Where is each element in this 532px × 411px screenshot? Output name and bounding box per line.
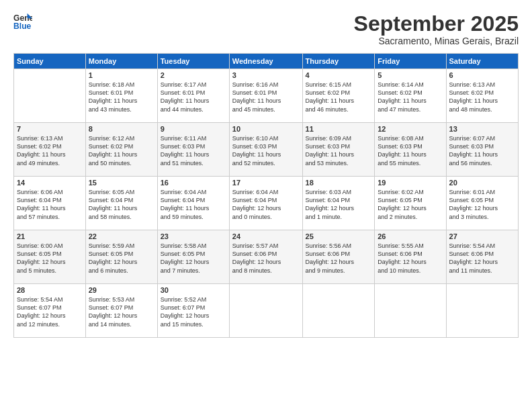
week-row-3: 14Sunrise: 6:06 AM Sunset: 6:04 PM Dayli… xyxy=(14,177,519,230)
day-number: 11 xyxy=(306,125,372,133)
day-number: 7 xyxy=(17,125,83,133)
day-info: Sunrise: 6:06 AM Sunset: 6:04 PM Dayligh… xyxy=(17,188,83,221)
day-info: Sunrise: 6:02 AM Sunset: 6:05 PM Dayligh… xyxy=(378,188,443,221)
day-cell: 21Sunrise: 6:00 AM Sunset: 6:05 PM Dayli… xyxy=(14,230,86,284)
day-cell: 8Sunrise: 6:12 AM Sunset: 6:02 PM Daylig… xyxy=(85,123,157,177)
day-number: 30 xyxy=(161,286,226,294)
header-row: SundayMondayTuesdayWednesdayThursdayFrid… xyxy=(14,54,519,69)
day-cell: 16Sunrise: 6:04 AM Sunset: 6:04 PM Dayli… xyxy=(157,177,229,230)
logo-icon: General Blue xyxy=(13,12,32,31)
day-info: Sunrise: 6:13 AM Sunset: 6:02 PM Dayligh… xyxy=(17,134,83,167)
col-header-sunday: Sunday xyxy=(14,54,86,69)
day-cell: 19Sunrise: 6:02 AM Sunset: 6:05 PM Dayli… xyxy=(375,177,446,230)
col-header-monday: Monday xyxy=(85,54,157,69)
day-cell: 23Sunrise: 5:58 AM Sunset: 6:05 PM Dayli… xyxy=(157,230,229,284)
day-number: 1 xyxy=(89,71,154,79)
week-row-1: 1Sunrise: 6:18 AM Sunset: 6:01 PM Daylig… xyxy=(14,69,519,123)
day-info: Sunrise: 6:01 AM Sunset: 6:05 PM Dayligh… xyxy=(449,188,515,221)
day-info: Sunrise: 5:59 AM Sunset: 6:05 PM Dayligh… xyxy=(89,242,154,275)
day-cell: 9Sunrise: 6:11 AM Sunset: 6:03 PM Daylig… xyxy=(157,123,229,177)
day-cell: 4Sunrise: 6:15 AM Sunset: 6:02 PM Daylig… xyxy=(302,69,375,123)
day-number: 14 xyxy=(17,179,83,187)
day-info: Sunrise: 5:54 AM Sunset: 6:07 PM Dayligh… xyxy=(17,295,83,328)
day-cell: 14Sunrise: 6:06 AM Sunset: 6:04 PM Dayli… xyxy=(14,177,86,230)
day-info: Sunrise: 6:00 AM Sunset: 6:05 PM Dayligh… xyxy=(17,242,83,275)
day-cell xyxy=(229,284,302,338)
day-info: Sunrise: 6:14 AM Sunset: 6:02 PM Dayligh… xyxy=(378,81,443,113)
day-number: 17 xyxy=(232,179,300,187)
day-cell: 22Sunrise: 5:59 AM Sunset: 6:05 PM Dayli… xyxy=(85,230,157,284)
day-cell: 30Sunrise: 5:52 AM Sunset: 6:07 PM Dayli… xyxy=(157,284,229,338)
calendar-table: SundayMondayTuesdayWednesdayThursdayFrid… xyxy=(13,53,519,338)
day-info: Sunrise: 6:11 AM Sunset: 6:03 PM Dayligh… xyxy=(161,134,226,167)
header: General Blue September 2025 Sacramento, … xyxy=(13,12,519,46)
week-row-4: 21Sunrise: 6:00 AM Sunset: 6:05 PM Dayli… xyxy=(14,230,519,284)
col-header-friday: Friday xyxy=(375,54,446,69)
day-number: 13 xyxy=(449,125,515,133)
day-info: Sunrise: 6:09 AM Sunset: 6:03 PM Dayligh… xyxy=(306,134,372,167)
day-cell: 29Sunrise: 5:53 AM Sunset: 6:07 PM Dayli… xyxy=(85,284,157,338)
day-info: Sunrise: 5:58 AM Sunset: 6:05 PM Dayligh… xyxy=(161,242,226,275)
day-number: 29 xyxy=(89,286,154,294)
day-cell: 24Sunrise: 5:57 AM Sunset: 6:06 PM Dayli… xyxy=(229,230,302,284)
day-cell: 12Sunrise: 6:08 AM Sunset: 6:03 PM Dayli… xyxy=(375,123,446,177)
day-info: Sunrise: 5:52 AM Sunset: 6:07 PM Dayligh… xyxy=(161,295,226,328)
day-info: Sunrise: 5:54 AM Sunset: 6:06 PM Dayligh… xyxy=(449,242,515,275)
day-number: 21 xyxy=(17,232,83,240)
day-info: Sunrise: 6:17 AM Sunset: 6:01 PM Dayligh… xyxy=(161,81,226,113)
day-cell xyxy=(14,69,86,123)
col-header-wednesday: Wednesday xyxy=(229,54,302,69)
day-info: Sunrise: 6:04 AM Sunset: 6:04 PM Dayligh… xyxy=(161,188,226,221)
day-number: 18 xyxy=(306,179,372,187)
col-header-saturday: Saturday xyxy=(446,54,518,69)
day-cell: 7Sunrise: 6:13 AM Sunset: 6:02 PM Daylig… xyxy=(14,123,86,177)
day-number: 3 xyxy=(232,71,300,79)
month-title: September 2025 xyxy=(354,12,519,36)
day-cell: 27Sunrise: 5:54 AM Sunset: 6:06 PM Dayli… xyxy=(446,230,518,284)
location: Sacramento, Minas Gerais, Brazil xyxy=(354,36,519,46)
logo: General Blue xyxy=(13,12,35,31)
day-info: Sunrise: 6:12 AM Sunset: 6:02 PM Dayligh… xyxy=(89,134,154,167)
day-number: 27 xyxy=(449,232,515,240)
day-info: Sunrise: 5:56 AM Sunset: 6:06 PM Dayligh… xyxy=(306,242,372,275)
col-header-tuesday: Tuesday xyxy=(157,54,229,69)
day-number: 24 xyxy=(232,232,300,240)
day-number: 4 xyxy=(306,71,372,79)
day-number: 15 xyxy=(89,179,154,187)
day-number: 19 xyxy=(378,179,443,187)
day-info: Sunrise: 6:07 AM Sunset: 6:03 PM Dayligh… xyxy=(449,134,515,167)
day-cell: 20Sunrise: 6:01 AM Sunset: 6:05 PM Dayli… xyxy=(446,177,518,230)
title-block: September 2025 Sacramento, Minas Gerais,… xyxy=(354,12,519,46)
day-cell: 2Sunrise: 6:17 AM Sunset: 6:01 PM Daylig… xyxy=(157,69,229,123)
day-number: 25 xyxy=(306,232,372,240)
day-info: Sunrise: 5:53 AM Sunset: 6:07 PM Dayligh… xyxy=(89,295,154,328)
day-cell: 15Sunrise: 6:05 AM Sunset: 6:04 PM Dayli… xyxy=(85,177,157,230)
day-number: 6 xyxy=(449,71,515,79)
day-cell xyxy=(302,284,375,338)
week-row-5: 28Sunrise: 5:54 AM Sunset: 6:07 PM Dayli… xyxy=(14,284,519,338)
day-cell: 28Sunrise: 5:54 AM Sunset: 6:07 PM Dayli… xyxy=(14,284,86,338)
day-number: 10 xyxy=(232,125,300,133)
day-number: 9 xyxy=(161,125,226,133)
day-cell: 10Sunrise: 6:10 AM Sunset: 6:03 PM Dayli… xyxy=(229,123,302,177)
week-row-2: 7Sunrise: 6:13 AM Sunset: 6:02 PM Daylig… xyxy=(14,123,519,177)
page: General Blue September 2025 Sacramento, … xyxy=(0,0,532,345)
day-info: Sunrise: 6:10 AM Sunset: 6:03 PM Dayligh… xyxy=(232,134,300,167)
day-cell: 13Sunrise: 6:07 AM Sunset: 6:03 PM Dayli… xyxy=(446,123,518,177)
day-info: Sunrise: 6:08 AM Sunset: 6:03 PM Dayligh… xyxy=(378,134,443,167)
svg-text:Blue: Blue xyxy=(13,21,32,31)
day-cell: 25Sunrise: 5:56 AM Sunset: 6:06 PM Dayli… xyxy=(302,230,375,284)
day-cell: 3Sunrise: 6:16 AM Sunset: 6:01 PM Daylig… xyxy=(229,69,302,123)
day-info: Sunrise: 5:55 AM Sunset: 6:06 PM Dayligh… xyxy=(378,242,443,275)
day-cell: 11Sunrise: 6:09 AM Sunset: 6:03 PM Dayli… xyxy=(302,123,375,177)
day-cell: 17Sunrise: 6:04 AM Sunset: 6:04 PM Dayli… xyxy=(229,177,302,230)
col-header-thursday: Thursday xyxy=(302,54,375,69)
day-cell: 5Sunrise: 6:14 AM Sunset: 6:02 PM Daylig… xyxy=(375,69,446,123)
day-cell xyxy=(446,284,518,338)
day-cell: 26Sunrise: 5:55 AM Sunset: 6:06 PM Dayli… xyxy=(375,230,446,284)
day-info: Sunrise: 5:57 AM Sunset: 6:06 PM Dayligh… xyxy=(232,242,300,275)
day-cell: 1Sunrise: 6:18 AM Sunset: 6:01 PM Daylig… xyxy=(85,69,157,123)
day-info: Sunrise: 6:16 AM Sunset: 6:01 PM Dayligh… xyxy=(232,81,300,113)
day-number: 2 xyxy=(161,71,226,79)
day-number: 5 xyxy=(378,71,443,79)
